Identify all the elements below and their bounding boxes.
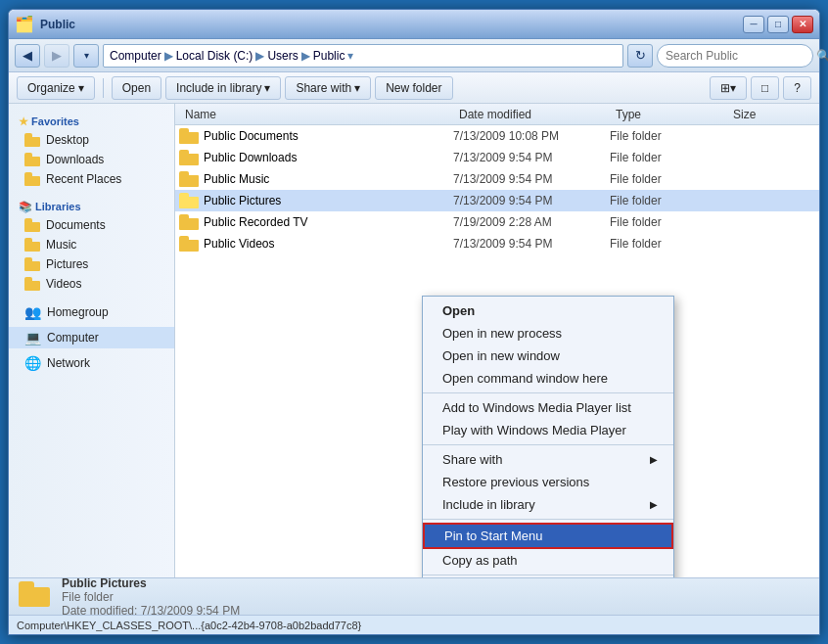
homegroup-label: Homegroup <box>47 305 109 319</box>
breadcrumb-localdisk[interactable]: Local Disk (C:) <box>176 49 253 63</box>
ctx-open-command-window[interactable]: Open command window here <box>423 367 673 390</box>
ctx-include-library[interactable]: Include in library ▶ <box>423 493 673 516</box>
file-name-cell: Public Pictures <box>179 193 453 208</box>
col-header-size[interactable]: Size <box>727 108 805 121</box>
recent-button[interactable]: ▾ <box>73 44 99 68</box>
preview-button[interactable]: □ <box>751 76 779 100</box>
col-header-date[interactable]: Date modified <box>453 108 610 121</box>
maximize-button[interactable]: □ <box>767 16 789 33</box>
ctx-play-wmp[interactable]: Play with Windows Media Player <box>423 419 673 441</box>
table-row[interactable]: Public Downloads 7/13/2009 9:54 PM File … <box>175 147 819 168</box>
breadcrumb-sep2: ▶ <box>255 49 264 63</box>
include-library-dropdown-icon: ▾ <box>264 81 270 95</box>
ctx-open-new-window[interactable]: Open in new window <box>423 345 673 367</box>
breadcrumb-dropdown[interactable]: ▾ <box>347 49 353 63</box>
breadcrumb-public[interactable]: Public <box>313 49 345 63</box>
status-name: Public Pictures <box>62 576 240 590</box>
documents-icon <box>24 218 40 232</box>
table-row[interactable]: Public Recorded TV 7/19/2009 2:28 AM Fil… <box>175 211 819 233</box>
toolbar-right: ⊞▾ □ ? <box>710 76 811 100</box>
file-name-cell: Public Music <box>179 171 453 187</box>
desktop-label: Desktop <box>46 133 89 147</box>
ctx-separator-4 <box>423 575 673 575</box>
breadcrumb[interactable]: Computer ▶ Local Disk (C:) ▶ Users ▶ Pub… <box>103 44 623 68</box>
file-name-text: Public Music <box>204 172 269 186</box>
status-folder-icon <box>19 581 50 613</box>
col-header-type[interactable]: Type <box>610 108 727 121</box>
sidebar-item-computer[interactable]: 💻 Computer <box>9 327 174 348</box>
help-button[interactable]: ? <box>783 76 811 100</box>
forward-button[interactable]: ▶ <box>44 44 69 68</box>
share-with-button[interactable]: Share with ▾ <box>285 76 371 100</box>
ctx-restore-versions[interactable]: Restore previous versions <box>423 471 673 493</box>
new-folder-button[interactable]: New folder <box>375 76 452 100</box>
desktop-icon <box>24 133 40 147</box>
share-with-dropdown-icon: ▾ <box>354 81 360 95</box>
sidebar-item-pictures[interactable]: Pictures <box>9 254 174 274</box>
include-library-button[interactable]: Include in library ▾ <box>165 76 281 100</box>
videos-icon <box>24 277 40 291</box>
sidebar-item-downloads[interactable]: Downloads <box>9 150 174 169</box>
folder-icon <box>179 193 199 208</box>
title-bar: 🗂️ Public ─ □ ✕ <box>9 10 819 39</box>
ctx-share-with-label: Share with <box>442 452 502 467</box>
column-headers: Name Date modified Type Size <box>175 104 819 125</box>
table-row[interactable]: Public Videos 7/13/2009 9:54 PM File fol… <box>175 233 819 254</box>
main-area: ★ Favorites Desktop Downloads Recent Pla… <box>9 104 819 577</box>
favorites-section-title: ★ Favorites <box>9 112 174 130</box>
file-name-text: Public Documents <box>204 129 299 143</box>
ctx-copy-path[interactable]: Copy as path <box>423 549 673 572</box>
table-row[interactable]: Public Pictures 7/13/2009 9:54 PM File f… <box>175 190 819 211</box>
window-title: Public <box>40 18 75 31</box>
table-row[interactable]: Public Music 7/13/2009 9:54 PM File fold… <box>175 168 819 190</box>
sidebar-item-homegroup[interactable]: 👥 Homegroup <box>9 301 174 323</box>
organize-button[interactable]: Organize ▾ <box>17 76 95 100</box>
ctx-add-wmp[interactable]: Add to Windows Media Player list <box>423 396 673 419</box>
file-name-text: Public Pictures <box>204 194 281 207</box>
title-bar-left: 🗂️ Public <box>15 15 75 33</box>
ctx-pin-start[interactable]: Pin to Start Menu <box>423 523 673 549</box>
minimize-button[interactable]: ─ <box>743 16 764 33</box>
sidebar-item-music[interactable]: Music <box>9 235 174 254</box>
title-buttons: ─ □ ✕ <box>743 16 813 33</box>
close-button[interactable]: ✕ <box>792 16 813 33</box>
context-menu: Open Open in new process Open in new win… <box>422 296 674 577</box>
folder-icon <box>179 214 199 230</box>
ctx-separator-3 <box>423 519 673 520</box>
ctx-separator-2 <box>423 444 673 445</box>
breadcrumb-sep3: ▶ <box>301 49 310 63</box>
back-button[interactable]: ◀ <box>15 44 40 68</box>
breadcrumb-users[interactable]: Users <box>267 49 298 63</box>
file-date-cell: 7/13/2009 9:54 PM <box>453 237 610 251</box>
folder-icon <box>179 171 199 187</box>
col-header-name[interactable]: Name <box>179 108 453 121</box>
search-box[interactable]: 🔍 <box>657 44 813 68</box>
recent-places-label: Recent Places <box>46 172 121 186</box>
sidebar-item-recent-places[interactable]: Recent Places <box>9 169 174 189</box>
sidebar-item-videos[interactable]: Videos <box>9 274 174 294</box>
folder-icon <box>179 150 199 165</box>
breadcrumb-computer[interactable]: Computer <box>110 49 161 63</box>
sidebar-item-network[interactable]: 🌐 Network <box>9 352 174 374</box>
refresh-button[interactable]: ↻ <box>627 44 653 68</box>
open-button[interactable]: Open <box>112 76 161 100</box>
file-date-cell: 7/13/2009 9:54 PM <box>453 151 610 164</box>
views-button[interactable]: ⊞▾ <box>710 76 747 100</box>
file-type-cell: File folder <box>610 172 727 186</box>
search-input[interactable] <box>666 49 812 63</box>
file-name-text: Public Downloads <box>204 151 297 164</box>
libraries-section-title: 📚 Libraries <box>9 197 174 215</box>
music-label: Music <box>46 238 76 252</box>
sidebar-item-documents[interactable]: Documents <box>9 215 174 235</box>
file-date-cell: 7/13/2009 10:08 PM <box>453 129 610 143</box>
ctx-open-new-process[interactable]: Open in new process <box>423 322 673 345</box>
table-row[interactable]: Public Documents 7/13/2009 10:08 PM File… <box>175 125 819 147</box>
file-name-text: Public Videos <box>204 237 275 251</box>
file-name-cell: Public Downloads <box>179 150 453 165</box>
registry-text: Computer\HKEY_CLASSES_ROOT\...{a0c2-42b4… <box>17 620 361 631</box>
sidebar-item-desktop[interactable]: Desktop <box>9 130 174 150</box>
status-type: File folder <box>62 590 240 604</box>
ctx-open[interactable]: Open <box>423 299 673 322</box>
ctx-share-with[interactable]: Share with ▶ <box>423 448 673 471</box>
ctx-share-with-arrow: ▶ <box>650 454 658 465</box>
